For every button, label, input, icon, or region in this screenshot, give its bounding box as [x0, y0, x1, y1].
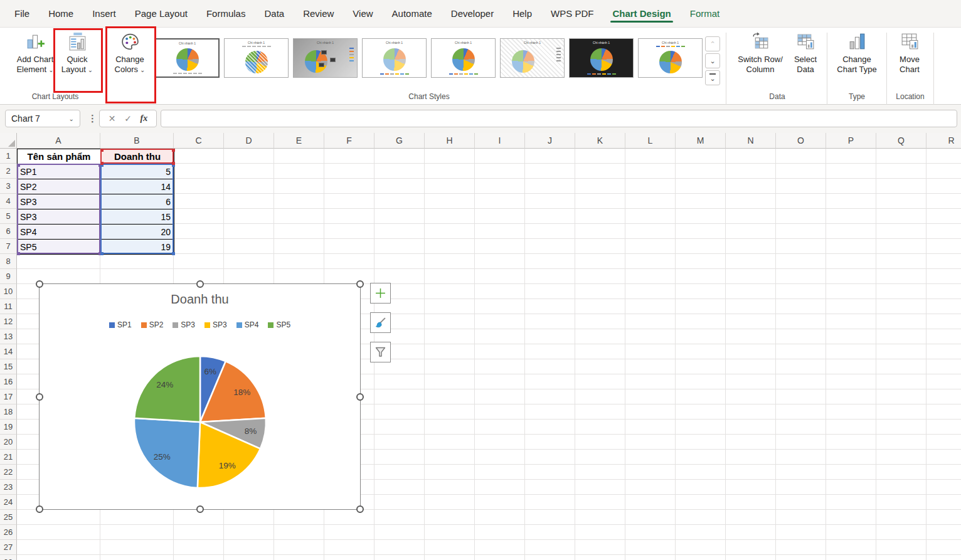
column-header-D[interactable]: D — [224, 133, 274, 149]
grid-cell[interactable] — [826, 374, 876, 389]
grid-cell[interactable] — [926, 344, 961, 359]
grid-cell[interactable] — [475, 344, 525, 359]
grid-cell[interactable] — [224, 164, 274, 179]
grid-cell[interactable] — [676, 465, 726, 480]
grid-cell[interactable] — [274, 525, 324, 540]
grid-cell[interactable] — [776, 450, 826, 465]
grid-cell[interactable] — [876, 179, 926, 194]
cell-B1[interactable]: Doanh thu — [101, 149, 174, 164]
grid-cell[interactable] — [525, 164, 575, 179]
grid-cell[interactable] — [274, 555, 324, 560]
grid-cell[interactable] — [926, 389, 961, 404]
grid-cell[interactable] — [826, 194, 876, 209]
grid-cell[interactable] — [926, 209, 961, 224]
grid-cell[interactable] — [575, 194, 625, 209]
grid-cell[interactable] — [876, 525, 926, 540]
grid-cell[interactable] — [826, 179, 876, 194]
grid-cell[interactable] — [876, 389, 926, 404]
menu-tab-view[interactable]: View — [352, 1, 373, 26]
grid-cell[interactable] — [826, 284, 876, 299]
more-options-icon[interactable]: ⋮ — [88, 113, 97, 124]
menu-tab-data[interactable]: Data — [263, 1, 285, 26]
grid-cell[interactable] — [676, 329, 726, 344]
grid-cell[interactable] — [425, 359, 475, 374]
grid-cell[interactable] — [174, 149, 224, 164]
grid-cell[interactable] — [676, 239, 726, 254]
grid-cell[interactable] — [525, 465, 575, 480]
grid-cell[interactable] — [224, 209, 274, 224]
menu-tab-home[interactable]: Home — [48, 1, 74, 26]
grid-cell[interactable] — [475, 209, 525, 224]
grid-cell[interactable] — [274, 209, 324, 224]
grid-cell[interactable] — [274, 194, 324, 209]
chart-resize-handle[interactable] — [36, 393, 43, 401]
grid-cell[interactable] — [776, 510, 826, 525]
grid-cell[interactable] — [726, 194, 776, 209]
grid-cell[interactable] — [926, 299, 961, 314]
grid-cell[interactable] — [575, 465, 625, 480]
grid-cell[interactable] — [876, 164, 926, 179]
cell-B7[interactable]: 19 — [101, 240, 174, 255]
grid-cell[interactable] — [475, 194, 525, 209]
change-colors-button[interactable]: Change Colors⌄ — [110, 31, 149, 75]
cell-B6[interactable]: 20 — [101, 225, 174, 240]
grid-cell[interactable] — [726, 389, 776, 404]
cell-A3[interactable]: SP2 — [18, 179, 101, 194]
grid-cell[interactable] — [475, 329, 525, 344]
grid-cell[interactable] — [726, 329, 776, 344]
row-header-11[interactable]: 11 — [0, 299, 17, 314]
grid-cell[interactable] — [575, 510, 625, 525]
grid-cell[interactable] — [726, 404, 776, 420]
grid-cell[interactable] — [374, 269, 425, 284]
chart-resize-handle[interactable] — [36, 280, 43, 288]
grid-cell[interactable] — [575, 359, 625, 374]
grid-cell[interactable] — [374, 540, 425, 555]
column-header-K[interactable]: K — [575, 133, 625, 149]
row-header-22[interactable]: 22 — [0, 465, 17, 480]
select-data-button[interactable]: Select Data — [789, 31, 822, 75]
grid-cell[interactable] — [876, 450, 926, 465]
grid-cell[interactable] — [174, 540, 224, 555]
grid-cell[interactable] — [926, 179, 961, 194]
row-header-25[interactable]: 25 — [0, 510, 17, 525]
grid-cell[interactable] — [876, 344, 926, 359]
grid-cell[interactable] — [425, 149, 475, 164]
grid-cell[interactable] — [676, 435, 726, 450]
grid-cell[interactable] — [826, 209, 876, 224]
column-header-Q[interactable]: Q — [876, 133, 926, 149]
grid-cell[interactable] — [826, 525, 876, 540]
grid-cell[interactable] — [676, 555, 726, 560]
grid-cell[interactable] — [676, 359, 726, 374]
grid-cell[interactable] — [926, 495, 961, 510]
grid-cell[interactable] — [274, 179, 324, 194]
row-header-17[interactable]: 17 — [0, 389, 17, 404]
grid-cell[interactable] — [274, 164, 324, 179]
grid-cell[interactable] — [876, 284, 926, 299]
grid-cell[interactable] — [174, 209, 224, 224]
grid-cell[interactable] — [826, 510, 876, 525]
grid-cell[interactable] — [575, 540, 625, 555]
menu-tab-formulas[interactable]: Formulas — [206, 1, 247, 26]
grid-cell[interactable] — [676, 420, 726, 435]
row-header-20[interactable]: 20 — [0, 435, 17, 450]
row-header-12[interactable]: 12 — [0, 314, 17, 329]
grid-cell[interactable] — [676, 194, 726, 209]
grid-cell[interactable] — [625, 194, 676, 209]
grid-cell[interactable] — [625, 149, 676, 164]
menu-tab-help[interactable]: Help — [512, 1, 533, 26]
grid-cell[interactable] — [726, 149, 776, 164]
grid-cell[interactable] — [475, 389, 525, 404]
grid-cell[interactable] — [475, 299, 525, 314]
grid-cell[interactable] — [726, 359, 776, 374]
cancel-icon[interactable]: ✕ — [109, 114, 116, 124]
grid-cell[interactable] — [374, 179, 425, 194]
grid-cell[interactable] — [324, 149, 374, 164]
grid-cell[interactable] — [274, 224, 324, 239]
grid-cell[interactable] — [625, 254, 676, 269]
grid-cell[interactable] — [876, 420, 926, 435]
grid-cell[interactable] — [17, 269, 100, 284]
column-header-C[interactable]: C — [174, 133, 224, 149]
grid-cell[interactable] — [525, 224, 575, 239]
grid-cell[interactable] — [776, 224, 826, 239]
grid-cell[interactable] — [224, 224, 274, 239]
